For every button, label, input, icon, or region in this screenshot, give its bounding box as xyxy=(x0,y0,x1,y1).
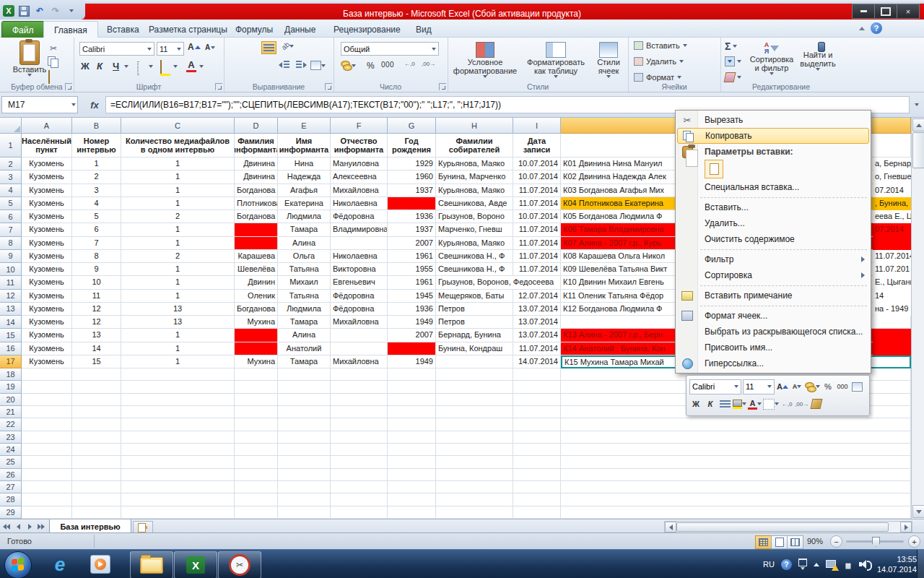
cell-a21[interactable] xyxy=(22,406,72,418)
menu-item-7[interactable]: Удалить... xyxy=(676,215,871,231)
cell-c8[interactable]: 1 xyxy=(121,237,235,250)
cell-a22[interactable] xyxy=(22,418,72,431)
tray-show-hidden-button[interactable] xyxy=(814,563,819,566)
cell-c5[interactable]: 1 xyxy=(121,197,235,210)
column-header-B[interactable]: B xyxy=(72,118,121,134)
borders-button[interactable] xyxy=(137,62,139,75)
minimize-button[interactable] xyxy=(852,4,875,19)
mini-fill-color-button[interactable] xyxy=(733,397,746,411)
cell-g10[interactable]: 1955 xyxy=(388,263,436,276)
cell-h19[interactable] xyxy=(436,381,513,393)
mini-bold-button[interactable]: Ж xyxy=(689,397,702,411)
mini-grow-font-button[interactable]: A xyxy=(776,379,789,394)
align-bottom-button[interactable] xyxy=(261,41,276,54)
cell-e24[interactable] xyxy=(278,444,331,456)
cell-a23[interactable] xyxy=(22,431,72,444)
horizontal-scroll-thumb[interactable] xyxy=(676,522,889,532)
cell-a4[interactable]: Кузомень xyxy=(22,184,72,197)
merge-center-button[interactable] xyxy=(310,61,326,70)
insert-function-button[interactable]: fx xyxy=(85,96,104,113)
cell-h29[interactable] xyxy=(436,506,513,519)
cell-d28[interactable] xyxy=(235,493,278,506)
cell-a3[interactable]: Кузомень xyxy=(22,171,72,184)
cell-d14[interactable]: Мухина xyxy=(235,316,278,329)
cell-h10[interactable]: Свешникова Н., Ф xyxy=(436,263,513,276)
cell-f23[interactable] xyxy=(331,431,388,444)
cell-m22[interactable] xyxy=(561,418,911,431)
tab-главная[interactable]: Главная xyxy=(43,21,98,38)
cell-h16[interactable]: Бунина, Кондраш xyxy=(436,342,513,355)
italic-button[interactable]: К xyxy=(97,61,103,72)
cell-b5[interactable]: 4 xyxy=(72,197,121,210)
zoom-level[interactable]: 90% xyxy=(807,537,823,545)
cell-d16[interactable] xyxy=(235,342,278,355)
cell-d27[interactable] xyxy=(235,481,278,493)
cell-c7[interactable]: 1 xyxy=(121,223,235,236)
row-header-22[interactable]: 22 xyxy=(0,418,22,431)
column-header-H[interactable]: H xyxy=(436,118,513,134)
horizontal-scrollbar[interactable] xyxy=(664,521,912,533)
cell-a19[interactable] xyxy=(22,381,72,393)
cell-b16[interactable]: 14 xyxy=(72,342,121,355)
last-sheet-button[interactable] xyxy=(36,522,46,531)
cell-b7[interactable]: 6 xyxy=(72,223,121,236)
row-header-27[interactable]: 27 xyxy=(0,481,22,493)
menu-item-4[interactable]: Специальная вставка... xyxy=(676,179,871,195)
cell-f18[interactable] xyxy=(331,368,388,381)
cell-f12[interactable]: Фёдоровна xyxy=(331,290,388,303)
cell-h11[interactable]: Грызунов, Воронов, Федосеева xyxy=(436,276,561,289)
cell-d8[interactable] xyxy=(235,237,278,250)
cell-e5[interactable]: Екатерина xyxy=(278,197,331,210)
row-header-19[interactable]: 19 xyxy=(0,381,22,393)
cell-g22[interactable] xyxy=(388,418,436,431)
cell-c11[interactable]: 1 xyxy=(121,276,235,289)
cell-i20[interactable] xyxy=(513,394,561,406)
cell-m26[interactable] xyxy=(561,469,911,481)
cell-e26[interactable] xyxy=(278,469,331,481)
undo-button[interactable]: ↶ xyxy=(33,4,46,17)
cell-m24[interactable] xyxy=(561,444,911,456)
cell-a26[interactable] xyxy=(22,469,72,481)
row-header-16[interactable]: 16 xyxy=(0,342,22,355)
vertical-scrollbar[interactable] xyxy=(911,118,924,519)
row-header-24[interactable]: 24 xyxy=(0,444,22,456)
increase-decimal-button[interactable]: ←,0 xyxy=(404,61,415,67)
cell-c2[interactable]: 1 xyxy=(121,158,235,171)
cell-a20[interactable] xyxy=(22,394,72,406)
cell-f28[interactable] xyxy=(331,493,388,506)
cell-e19[interactable] xyxy=(278,381,331,393)
cell-h18[interactable] xyxy=(436,368,513,381)
cell-b9[interactable]: 8 xyxy=(72,250,121,263)
font-size-combo[interactable]: 11 xyxy=(157,42,184,56)
tray-window-button[interactable] xyxy=(798,558,807,570)
underline-dropdown[interactable] xyxy=(124,65,128,68)
cell-g9[interactable]: 1961 xyxy=(388,250,436,263)
cell-c29[interactable] xyxy=(121,506,235,519)
cell-f22[interactable] xyxy=(331,418,388,431)
taskbar-clock[interactable]: 13:55 14.07.2014 xyxy=(877,554,917,574)
insert-cells-button[interactable]: Вставить xyxy=(634,41,687,50)
font-color-dropdown[interactable] xyxy=(199,65,204,68)
orientation-button[interactable]: ab xyxy=(282,42,294,50)
cell-f20[interactable] xyxy=(331,394,388,406)
cell-e4[interactable]: Агафья xyxy=(278,184,331,197)
cell-b17[interactable]: 15 xyxy=(72,355,121,368)
taskbar-wmp-button[interactable] xyxy=(88,553,113,576)
row-header-17[interactable]: 17 xyxy=(0,355,22,368)
cell-a7[interactable]: Кузомень xyxy=(22,223,72,236)
cell-i7[interactable]: 11.07.2014 xyxy=(513,223,561,236)
mini-thousands-button[interactable]: 000 xyxy=(836,379,849,394)
cell-b19[interactable] xyxy=(72,381,121,393)
cell-b8[interactable]: 7 xyxy=(72,237,121,250)
cell-a15[interactable]: Кузомень xyxy=(22,329,72,342)
increase-indent-button[interactable] xyxy=(296,61,307,69)
maximize-button[interactable] xyxy=(874,4,897,19)
menu-item-15[interactable]: Формат ячеек... xyxy=(676,308,871,324)
cell-b23[interactable] xyxy=(72,431,121,444)
cell-f4[interactable]: Михайловна xyxy=(331,184,388,197)
mini-currency-button[interactable] xyxy=(805,379,820,394)
expand-formula-bar-button[interactable] xyxy=(911,96,923,113)
mini-increase-decimal-button[interactable]: ←,0 xyxy=(780,397,793,411)
cell-f17[interactable]: Михайловна xyxy=(331,355,388,368)
cell-e3[interactable]: Надежда xyxy=(278,171,331,184)
